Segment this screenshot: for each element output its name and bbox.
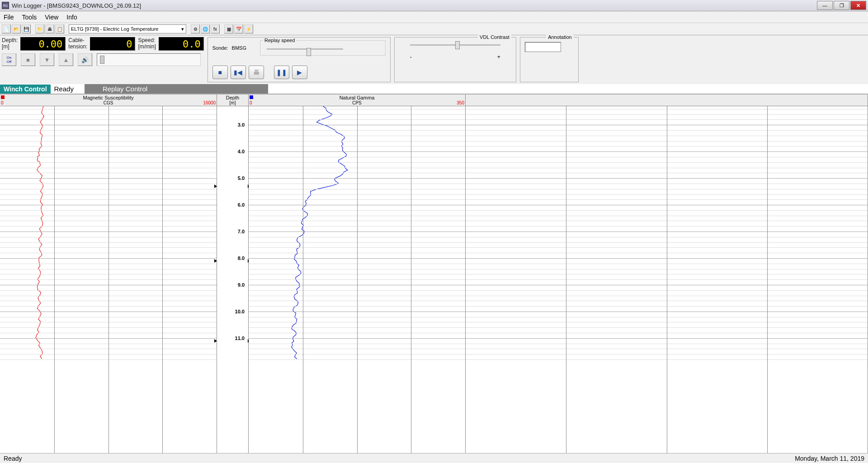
annotation-input[interactable] [525,42,561,52]
sound-button[interactable]: 🔊 [78,53,92,66]
dropdown-icon: ▾ [181,26,184,32]
new-icon[interactable]: 📄 [2,24,11,33]
mag-min: 0 [1,100,4,105]
empty-track [466,94,868,453]
onoff-button[interactable]: On Off [2,53,16,66]
header-icon[interactable]: ▦ [224,24,233,33]
menu-tools[interactable]: Tools [22,14,37,21]
minimize-button[interactable]: — [817,1,833,10]
vdl-panel: VDL Contrast - + [394,37,516,82]
mag-max: 16000 [203,100,216,105]
replay-control-bar: Replay Control [85,84,268,94]
app-icon: RG [2,2,9,9]
replay-play-button[interactable]: ▶ [292,66,307,79]
config-icon[interactable]: ⚙ [191,24,200,33]
vdl-label: VDL Contrast [478,34,511,40]
menubar: File Tools View Info [0,11,868,23]
sonde-value: BMSG [232,45,246,51]
log-area: Magnetic Susceptibility CGS 0 16000 Dept… [0,94,868,453]
stop-button[interactable]: ■ [21,53,35,66]
control-area: Depth: [m] 0.00 Cable- tension: 0 Speed:… [0,35,868,84]
gamma-min: 0 [250,100,252,105]
replay-speed-slider[interactable] [263,44,347,53]
cable-readout: Cable- tension: [68,37,87,51]
annotation-panel: Annotation [520,37,579,82]
print-icon[interactable]: 🖶 [45,24,54,33]
replay-pause-button[interactable]: ❚❚ [274,66,289,79]
winch-slider[interactable] [97,53,201,66]
depth-label-6.0: 6.0 [238,202,245,208]
page-icon[interactable]: 📋 [55,24,64,33]
mag-track: Magnetic Susceptibility CGS 0 16000 [0,94,217,453]
calendar-icon[interactable]: 📅 [234,24,243,33]
open-icon[interactable]: 📂 [12,24,21,33]
gamma-max: 350 [457,100,464,105]
depth-readout: Depth: [m] [2,37,18,51]
statusbar-left: Ready [4,455,22,462]
browser-icon[interactable]: 🌐 [201,24,210,33]
replay-stop-button[interactable]: ■ [212,66,228,79]
menu-info[interactable]: Info [66,14,77,21]
cable-label2: tension: [68,43,87,50]
depth-label: Depth: [2,37,18,43]
depth-label-5.0: 5.0 [238,175,245,181]
vdl-slider[interactable] [410,40,500,49]
vdl-minus: - [410,54,412,60]
menu-file[interactable]: File [4,14,14,21]
winch-status: Ready [51,84,77,94]
tool-select-text: ELTG [9739] - Electric Log Temperature [71,26,158,32]
depth-label-10.0: 10.0 [235,309,245,314]
speed-display: 0.0 [159,37,204,51]
cable-display: 0 [90,37,135,51]
winch-control-label: Winch Control [0,85,51,94]
toolbar: 📄 📂 💾 📁 🖶 📋 ELTG [9739] - Electric Log T… [0,23,868,35]
depth-unit: [m] [2,43,18,50]
statusbar: Ready Monday, March 11, 2019 [0,453,868,463]
depth-label-4.0: 4.0 [238,149,245,154]
up-arrow-button[interactable]: ▲ [59,53,73,66]
depth-track-unit: [m] [217,100,248,105]
titlebar: RG Win Logger - [BMSG9243_DOWNLOG_26.09.… [0,0,868,11]
depth-display: 0.00 [20,37,66,51]
window-title: Win Logger - [BMSG9243_DOWNLOG_26.09.12] [12,2,817,9]
vdl-plus: + [497,54,500,60]
annotation-label: Annotation [546,34,574,40]
speed-unit: [m/min] [138,43,156,50]
status-row: Winch Control Ready Replay Control [0,84,868,94]
cable-label: Cable- [68,37,87,43]
depth-label-3.0: 3.0 [238,122,245,128]
depth-label-7.0: 7.0 [238,229,245,234]
speed-readout: Speed: [m/min] [138,37,156,51]
replay-rewind-button[interactable]: ▮◀ [231,66,246,79]
menu-view[interactable]: View [45,14,58,21]
statusbar-right: Monday, March 11, 2019 [795,455,864,462]
fx-icon[interactable]: fx [211,24,220,33]
depth-label-8.0: 8.0 [238,255,245,261]
depth-label-11.0: 11.0 [235,335,245,341]
tool-select[interactable]: ELTG [9739] - Electric Log Temperature ▾ [69,24,186,33]
replay-speed-label: Replay speed [263,38,296,43]
depth-label-9.0: 9.0 [238,282,245,288]
maximize-button[interactable]: ❐ [834,1,849,10]
replay-print-button[interactable]: 🖶 [249,66,264,79]
gamma-title: Natural Gamma [249,95,465,100]
gamma-unit: CPS [249,100,465,105]
gamma-track: Natural Gamma CPS 0 350 [249,94,466,453]
sonde-label: Sonde: [212,45,228,51]
depth-track: Depth [m] 3.04.05.06.07.08.09.010.011.0 [217,94,249,453]
mag-unit: CGS [0,100,217,105]
close-button[interactable]: ✕ [850,1,866,10]
mag-title: Magnetic Susceptibility [0,95,217,100]
down-arrow-button[interactable]: ▼ [40,53,54,66]
depth-track-title: Depth [217,95,248,100]
speed-label: Speed: [138,37,156,43]
save-icon[interactable]: 💾 [22,24,31,33]
flash-icon[interactable]: ⚡ [244,24,253,33]
folder-icon[interactable]: 📁 [35,24,44,33]
